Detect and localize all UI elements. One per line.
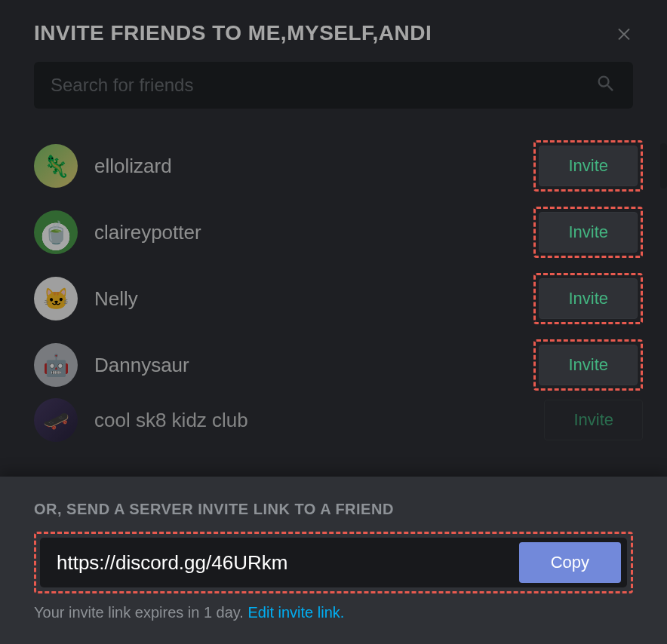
highlight-box: Invite (533, 207, 643, 258)
friend-row: 🍵 claireypotter Invite (34, 199, 643, 265)
modal-header: INVITE FRIENDS TO ME,MYSELF,ANDI (0, 0, 667, 54)
expiry-note: Your invite link expires in 1 day. Edit … (34, 604, 633, 621)
copy-button[interactable]: Copy (519, 542, 621, 583)
avatar: 🤖 (34, 343, 78, 387)
edit-invite-link[interactable]: Edit invite link. (248, 604, 345, 621)
invite-button[interactable]: Invite (539, 278, 638, 319)
close-button[interactable] (615, 24, 633, 45)
friends-list[interactable]: 🦎 ellolizard Invite 🍵 claireypotter Invi… (0, 124, 667, 477)
expiry-text: Your invite link expires in 1 day. (34, 604, 248, 621)
friend-row: 🦎 ellolizard Invite (34, 133, 643, 199)
invite-button[interactable]: Invite (539, 212, 638, 253)
friend-name: cool sk8 kidz club (94, 409, 544, 432)
highlight-box: Invite (533, 273, 643, 324)
avatar: 🍵 (34, 210, 78, 254)
avatar: 🦎 (34, 144, 78, 188)
highlight-box: Invite (533, 140, 643, 192)
invite-button[interactable]: Invite (539, 345, 638, 385)
close-icon (615, 24, 633, 42)
invite-button[interactable]: Invite (539, 146, 638, 186)
friend-row: 🛹 cool sk8 kidz club Invite (34, 398, 643, 465)
friend-name: Nelly (94, 287, 533, 311)
friend-name: claireypotter (94, 221, 533, 244)
friend-row: 🐱 Nelly Invite (34, 265, 643, 332)
modal-footer: OR, SEND A SERVER INVITE LINK TO A FRIEN… (0, 477, 667, 644)
invite-button-container: Invite (544, 400, 643, 440)
scrollbar-thumb[interactable] (660, 143, 667, 189)
invite-modal: INVITE FRIENDS TO ME,MYSELF,ANDI 🦎 ellol… (0, 0, 667, 644)
avatar: 🐱 (34, 277, 78, 320)
friend-name: ellolizard (94, 155, 533, 178)
invite-link-input[interactable] (57, 551, 519, 575)
search-icon (595, 73, 616, 97)
highlight-box: Invite (533, 339, 643, 391)
avatar: 🛹 (34, 398, 78, 442)
invite-button[interactable]: Invite (544, 400, 643, 440)
modal-title: INVITE FRIENDS TO ME,MYSELF,ANDI (34, 21, 432, 45)
search-box[interactable] (34, 62, 633, 109)
highlight-box: Copy (34, 532, 633, 593)
friend-name: Dannysaur (94, 354, 533, 377)
invite-link-box: Copy (40, 538, 627, 587)
search-container (0, 54, 667, 124)
friend-row: 🤖 Dannysaur Invite (34, 332, 643, 398)
footer-title: OR, SEND A SERVER INVITE LINK TO A FRIEN… (34, 501, 633, 518)
search-input[interactable] (51, 75, 595, 96)
